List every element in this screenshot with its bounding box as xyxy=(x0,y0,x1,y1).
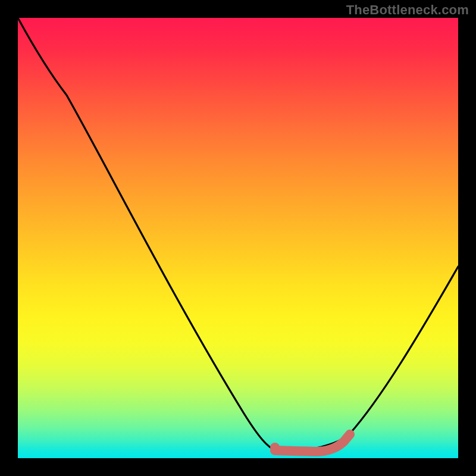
highlight-segment xyxy=(275,434,350,452)
chart-overlay xyxy=(18,18,458,458)
curve-line xyxy=(18,18,458,452)
watermark-text: TheBottleneck.com xyxy=(346,2,469,18)
plot-area xyxy=(18,18,458,458)
chart-container: TheBottleneck.com xyxy=(0,0,476,476)
